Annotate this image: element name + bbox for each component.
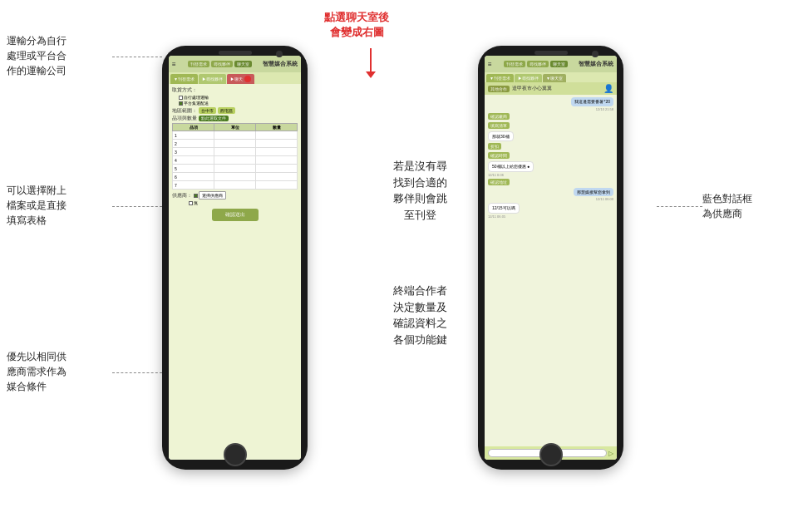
list-item: 那就30桶 [488, 131, 613, 142]
phone2-nav-chat[interactable]: 聊天室 [550, 61, 568, 67]
phone2-tab-publish[interactable]: ▼刊登需求 [486, 74, 514, 82]
phone2-tabbar: ▼刊登需求 ▶尋找夥伴 ▼聊天室 [485, 72, 617, 82]
phone2-send-btn[interactable]: ▷ [608, 450, 613, 457]
phone1-nav-publish[interactable]: 刊登需求 [188, 61, 209, 67]
table-row: 4 [173, 156, 298, 165]
phone1-nav-chat[interactable]: 聊天室 [234, 61, 252, 67]
phone2-chat-area: 我這邊需要番薯*2012/10 21:58確認廠商填寫清單那就30桶折扣確認時間… [485, 95, 617, 460]
phone1-supplier-select[interactable]: 選擇供應商 [199, 191, 226, 200]
dashed-line-1 [112, 57, 162, 57]
phone1-option2[interactable]: 平台集運配送 [179, 101, 209, 106]
top-annotation: 點選聊天室後 會變成右圖 [324, 10, 389, 40]
msg-time: 12/10 21:58 [596, 107, 613, 111]
phone2-hamburger[interactable]: ≡ [488, 61, 492, 68]
phone1-col-item: 品項 [173, 124, 214, 131]
table-row: 2 [173, 140, 298, 148]
phone1-pickup-options: 自行處理運輸 平台集運配送 [172, 95, 298, 106]
phone2-tab-find[interactable]: ▶尋找夥伴 [515, 74, 542, 82]
phone1-upload-btn[interactable]: 點此選取文件 [199, 116, 229, 121]
phone1-supplier-none: 無 [172, 200, 298, 205]
msg-time: 12/11 0:06 [488, 173, 504, 177]
table-row: 6 [173, 173, 298, 181]
dashed-line-r1 [657, 206, 702, 207]
list-item: 我這邊需要番薯*2012/10 21:58 [488, 97, 613, 111]
msg-bubble-left: 50桶以上給您優惠 ● [488, 161, 534, 172]
phone2-title: 智慧媒合系統 [579, 60, 613, 68]
phone1-checkbox2 [179, 101, 183, 106]
table-row: 1 [173, 131, 298, 140]
msg-bubble-left: 那就30桶 [488, 131, 514, 142]
dashed-line-2 [112, 206, 162, 207]
phone1-header: ≡ 刊登需求 尋找夥伴 聊天室 智慧媒合系統 [169, 56, 301, 72]
phone2-tab-chat[interactable]: ▼聊天室 [543, 74, 566, 82]
phone1-tab-publish[interactable]: ▼刊登需求 [170, 74, 198, 84]
phone1-nav: 刊登需求 尋找夥伴 聊天室 [188, 61, 252, 67]
phone1-checkbox1 [179, 96, 183, 100]
msg-time: 12/11 06:00 [596, 197, 613, 201]
phone1-table: 品項 單位 數量 1234567 [172, 123, 298, 190]
phone-2-speaker [534, 51, 568, 55]
list-item: 那慧媒接幫您拿到12/11 06:00 [488, 188, 613, 202]
chat-label[interactable]: 折扣 [488, 143, 501, 150]
phone-1: ≡ 刊登需求 尋找夥伴 聊天室 智慧媒合系統 ▼刊登需求 ▶尋找夥伴 ▶聊天 [162, 46, 308, 470]
phone1-hamburger[interactable]: ≡ [172, 61, 176, 68]
phone1-option1[interactable]: 自行處理運輸 [179, 95, 209, 100]
chat-label[interactable]: 確認地址 [488, 179, 510, 185]
phone2-nav-find[interactable]: 尋找夥伴 [527, 61, 549, 67]
chat-label[interactable]: 確認廠商 [488, 113, 510, 120]
arrow-head [366, 71, 376, 78]
phone2-nav-publish[interactable]: 刊登需求 [504, 61, 525, 67]
chat-label[interactable]: 填寫清單 [488, 122, 510, 129]
phone2-messages: 我這邊需要番薯*2012/10 21:58確認廠商填寫清單那就30桶折扣確認時間… [485, 95, 617, 446]
phone-1-camera [276, 51, 283, 57]
right-annotation-1: 藍色對話框為供應商 [702, 191, 786, 221]
phone1-region-row: 地區範圍： 台中市 西屯區 [172, 107, 298, 114]
chat-label[interactable]: 確認時間 [488, 152, 510, 159]
msg-bubble-right: 我這邊需要番薯*20 [571, 97, 613, 106]
phone1-submit-btn[interactable]: 確認送出 [212, 209, 259, 221]
phone2-header: ≡ 刊登需求 尋找夥伴 聊天室 智慧媒合系統 [485, 56, 617, 72]
table-row: 3 [173, 148, 298, 156]
phone-2: ≡ 刊登需求 尋找夥伴 聊天室 智慧媒合系統 ▼刊登需求 ▶尋找夥伴 ▼聊天室 … [478, 46, 623, 470]
left-annotation-1: 運輸分為自行處理或平台合作的運輸公司 [7, 33, 115, 78]
phone-1-screen: ≡ 刊登需求 尋找夥伴 聊天室 智慧媒合系統 ▼刊登需求 ▶尋找夥伴 ▶聊天 [169, 56, 301, 460]
phone1-supplier-option: 選擇供應商 [194, 191, 226, 200]
arrow-line [370, 48, 372, 73]
phone2-chat-avatar: 👤 [603, 84, 613, 93]
phone1-nav-find[interactable]: 尋找夥伴 [211, 61, 233, 67]
msg-bubble-right: 那慧媒接幫您拿到 [574, 188, 613, 197]
phone2-chat-subheader: 其他合作 達甲夜市小心翼翼 👤 [485, 82, 617, 95]
mid-annotation-1: 若是沒有尋找到合適的夥伴則會跳至刊登 [362, 158, 478, 223]
phone1-tab-find[interactable]: ▶尋找夥伴 [199, 74, 226, 84]
phone1-tab-chat[interactable]: ▶聊天 [227, 74, 254, 84]
phone1-tabbar: ▼刊登需求 ▶尋找夥伴 ▶聊天 [169, 72, 301, 84]
msg-bubble-left: 12/15可以嗎 [488, 203, 520, 214]
table-row: 5 [173, 165, 298, 173]
phone2-nav: 刊登需求 尋找夥伴 聊天室 [504, 61, 568, 67]
phone1-region-btn2[interactable]: 西屯區 [218, 107, 235, 114]
phone-2-home [539, 443, 563, 466]
phone1-form: 取貨方式： 自行處理運輸 平台集運配送 地區範圍： 台中市 西屯區 [169, 84, 301, 460]
list-item: 12/15可以嗎12/11 06:05 [488, 203, 613, 219]
mid-annotation-2: 終端合作者決定數量及確認資料之各個功能鍵 [362, 283, 478, 347]
phone-1-speaker [219, 51, 252, 55]
phone1-notif-dot [244, 76, 251, 82]
phone1-pickup-row: 取貨方式： [172, 87, 298, 93]
phone2-chat-name: 達甲夜市小心翼翼 [512, 86, 552, 91]
phone-2-screen: ≡ 刊登需求 尋找夥伴 聊天室 智慧媒合系統 ▼刊登需求 ▶尋找夥伴 ▼聊天室 … [485, 56, 617, 460]
phone1-items-row: 品項與數量 點此選取文件 [172, 116, 298, 121]
dashed-line-3 [112, 372, 162, 373]
phone-1-home [224, 443, 247, 466]
left-annotation-3: 優先以相同供應商需求作為媒合條件 [7, 349, 115, 394]
phone1-supplier-check [194, 194, 198, 198]
phone1-title: 智慧媒合系統 [263, 60, 298, 68]
msg-time: 12/11 06:05 [488, 214, 505, 219]
phone-2-camera [592, 51, 598, 57]
phone2-partner-tab[interactable]: 其他合作 [488, 86, 510, 92]
phone1-supplier-row: 供應商： 選擇供應商 [172, 191, 298, 200]
phone1-col-qty: 數量 [256, 124, 298, 131]
table-row: 7 [173, 181, 298, 190]
phone1-region-btn1[interactable]: 台中市 [199, 107, 216, 114]
left-annotation-2: 可以選擇附上檔案或是直接填寫表格 [7, 183, 115, 228]
list-item: 50桶以上給您優惠 ●12/11 0:06 [488, 161, 613, 177]
